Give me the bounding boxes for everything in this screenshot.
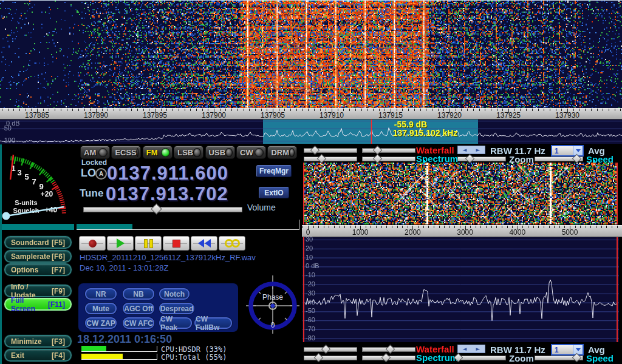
notch-button[interactable]: Notch	[159, 288, 190, 300]
scale-tick	[532, 109, 533, 111]
slider-thumb[interactable]	[572, 353, 581, 363]
rf-frequency-scale[interactable]: 1378851378901378951379001379051379101379…	[0, 108, 622, 120]
datetime-display[interactable]: 18.12.2011 0:16:50	[77, 333, 172, 346]
volume-slider-track[interactable]	[83, 207, 242, 212]
slider-track[interactable]	[362, 157, 415, 161]
combo-dropdown-icon[interactable]	[573, 345, 583, 354]
mode-button-drm[interactable]: DRM	[267, 146, 297, 159]
mode-button-am[interactable]: AM	[80, 146, 110, 159]
shift-left-arrow-icon[interactable]: ◄	[458, 345, 471, 352]
af-avg-value-top[interactable]: 1	[552, 146, 573, 155]
recording-filename: HDSDR_20111210_125611Z_137912kHz_RF.wav	[80, 253, 256, 262]
mode-button-usb[interactable]: USB	[205, 146, 235, 159]
cw-peak-button[interactable]: CW Peak	[159, 317, 192, 329]
nr-button[interactable]: NR	[85, 288, 117, 300]
despread-button[interactable]: Despread	[159, 303, 194, 314]
af-zoom-slider-top[interactable]	[457, 155, 506, 163]
slider-thumb[interactable]	[321, 345, 331, 354]
af-speed-slider-bottom[interactable]	[535, 354, 583, 362]
af-waterfall-brightness-slider-bottom[interactable]	[304, 345, 357, 353]
playback-progress-track[interactable]	[77, 229, 299, 230]
mode-button-fm[interactable]: FM	[143, 146, 173, 159]
lo-frequency-display[interactable]: 0137.911.600	[107, 163, 228, 184]
exit-button[interactable]: Exit[F4]	[4, 349, 72, 362]
soundcard-button[interactable]: Soundcard[F5]	[4, 236, 72, 249]
samplerate-button[interactable]: Samplerate[F6]	[4, 250, 72, 263]
agc-button[interactable]: AGC Off	[123, 303, 154, 314]
full-screen-button[interactable]: Full Screen[F11]	[4, 298, 72, 311]
phase-label: Phase	[262, 293, 283, 302]
scale-tick	[61, 109, 61, 111]
slider-thumb[interactable]	[373, 154, 383, 164]
af-spectrum-display[interactable]	[302, 237, 619, 342]
scale-tick	[538, 109, 539, 111]
scale-tick	[544, 226, 544, 228]
scale-tick-label: 137925	[490, 111, 527, 120]
slider-thumb[interactable]	[385, 345, 395, 354]
af-frequency-scale[interactable]: 010002000300040005000	[302, 225, 622, 237]
volume-slider[interactable]	[83, 204, 242, 214]
scale-tick	[329, 226, 329, 228]
cw-fullbw-button[interactable]: CW FullBw	[194, 317, 232, 329]
play-button[interactable]	[107, 236, 134, 251]
rf-waterfall-display[interactable]	[0, 1, 622, 108]
slider-thumb[interactable]	[465, 154, 475, 164]
af-shift-scrollbar-top[interactable]: ◄►	[457, 146, 485, 154]
slider-track[interactable]	[457, 356, 506, 360]
shift-right-arrow-icon[interactable]: ►	[471, 345, 485, 352]
af-waterfall-display[interactable]	[303, 163, 618, 224]
mode-button-lsb[interactable]: LSB	[174, 146, 203, 159]
cw-zap-button[interactable]: CW ZAP	[85, 317, 117, 329]
slider-thumb[interactable]	[310, 146, 320, 155]
af-speed-slider-top[interactable]	[535, 155, 583, 163]
af-zoom-slider-bottom[interactable]	[457, 354, 506, 362]
af-spectrum-brightness-slider-bottom[interactable]	[304, 354, 357, 362]
pause-button[interactable]	[135, 236, 162, 251]
nb-button[interactable]: NB	[123, 288, 154, 300]
s-meter[interactable]: 1 3 5 7 9 +20 +40 S-units Squelch	[1, 146, 75, 222]
slider-thumb[interactable]	[313, 353, 323, 363]
lo-auto-badge[interactable]: A	[95, 168, 107, 180]
scale-tick	[225, 109, 226, 111]
af-waterfall-brightness-slider-top[interactable]	[304, 146, 357, 154]
combo-dropdown-icon[interactable]	[573, 146, 583, 155]
squelch-level-bar[interactable]	[2, 224, 74, 230]
scale-tick-label: 4000	[499, 228, 536, 237]
slider-track[interactable]	[304, 356, 357, 360]
rewind-button[interactable]	[191, 236, 217, 251]
volume-slider-thumb[interactable]	[151, 203, 162, 214]
shift-left-arrow-icon[interactable]: ◄	[458, 146, 471, 153]
mute-button[interactable]: Mute	[85, 303, 117, 314]
mode-button-ecss[interactable]: ECSS	[111, 146, 141, 159]
af-db-label: -10	[306, 271, 315, 278]
af-waterfall-contrast-slider-top[interactable]	[362, 146, 415, 154]
options-button[interactable]: Options[F7]	[4, 263, 72, 276]
slider-track[interactable]	[304, 157, 357, 161]
slider-thumb[interactable]	[381, 353, 391, 363]
slider-track[interactable]	[362, 148, 415, 153]
freqmgr-button[interactable]: FreqMgr	[256, 165, 292, 177]
af-waterfall-contrast-slider-bottom[interactable]	[362, 345, 415, 353]
af-avg-value-bottom[interactable]: 1	[552, 345, 573, 354]
af-spectrum-brightness-slider-top[interactable]	[304, 155, 357, 163]
slider-thumb[interactable]	[373, 146, 383, 155]
rf-spectrum-display[interactable]	[0, 120, 622, 144]
slider-track[interactable]	[457, 157, 506, 161]
minimize-button[interactable]: Minimize[F3]	[4, 335, 72, 348]
tune-frequency-display[interactable]: 0137.913.702	[106, 183, 228, 205]
scale-tick	[444, 226, 445, 228]
mode-button-cw[interactable]: CW	[236, 146, 266, 159]
af-spectrum-contrast-slider-bottom[interactable]	[362, 354, 415, 362]
slider-track[interactable]	[304, 347, 357, 352]
scale-tick	[514, 109, 515, 111]
slider-thumb[interactable]	[572, 154, 581, 164]
af-spectrum-contrast-slider-top[interactable]	[362, 155, 415, 163]
loop-button[interactable]	[219, 236, 245, 251]
record-button[interactable]	[79, 236, 106, 251]
af-shift-scrollbar-bottom[interactable]: ◄►	[457, 345, 485, 353]
shift-right-arrow-icon[interactable]: ►	[471, 146, 485, 153]
slider-thumb[interactable]	[317, 154, 327, 164]
stop-button[interactable]	[163, 236, 190, 251]
cw-afc-button[interactable]: CW AFC	[123, 317, 154, 329]
extio-button[interactable]: ExtIO	[259, 187, 289, 198]
